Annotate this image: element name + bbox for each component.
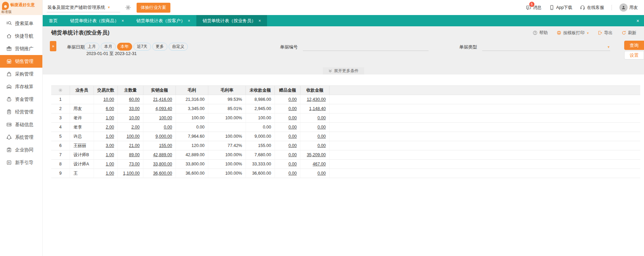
drilldown-link[interactable]: 1.00 bbox=[106, 134, 114, 139]
drilldown-link[interactable]: 73.00 bbox=[129, 162, 140, 166]
value-cell[interactable]: 33.00 bbox=[118, 104, 143, 113]
column-header-6[interactable]: 未收款金额 bbox=[246, 86, 275, 95]
value-cell[interactable]: 1.00 bbox=[94, 160, 118, 169]
online-service-button[interactable]: 在线客服 bbox=[580, 5, 604, 11]
trial-industry-button[interactable]: 体验行业方案 bbox=[137, 3, 170, 13]
value-cell[interactable]: 21,416.00 bbox=[143, 95, 176, 104]
drilldown-link[interactable]: 467.00 bbox=[313, 162, 326, 166]
value-cell[interactable]: 36,600.00 bbox=[143, 169, 176, 178]
drilldown-link[interactable]: 1,100.00 bbox=[123, 171, 140, 176]
column-header-1[interactable]: 交易次数 bbox=[94, 86, 118, 95]
sidebar-item-guide[interactable]: 新新手引导 bbox=[0, 156, 42, 169]
query-button[interactable]: 查询 bbox=[624, 41, 644, 50]
value-cell[interactable]: 1,100.00 bbox=[118, 169, 143, 178]
date-pill-2[interactable]: 本年 bbox=[117, 43, 132, 51]
value-cell[interactable]: 0.00 bbox=[300, 169, 330, 178]
tab-close-icon[interactable]: × bbox=[188, 18, 190, 23]
value-cell[interactable]: 1.00 bbox=[94, 169, 118, 178]
drilldown-link[interactable]: 21,416.00 bbox=[153, 97, 172, 102]
value-cell[interactable]: 33,800.00 bbox=[143, 160, 176, 169]
gear-icon[interactable] bbox=[125, 4, 131, 11]
close-all-tabs-icon[interactable]: × bbox=[632, 15, 644, 26]
app-download-button[interactable]: App下载 bbox=[549, 5, 572, 11]
drilldown-link[interactable]: 0.00 bbox=[164, 125, 172, 130]
tab-1[interactable]: 销货单统计表（按商品）× bbox=[64, 15, 130, 26]
value-cell[interactable]: 0.00 bbox=[300, 123, 330, 132]
drilldown-link[interactable]: 0.00 bbox=[289, 125, 297, 130]
tab-close-icon[interactable]: × bbox=[258, 18, 261, 23]
doc-no-input[interactable] bbox=[303, 43, 429, 51]
user-menu[interactable]: 用友 bbox=[619, 3, 638, 12]
print-by-template-button[interactable]: 按模板打印 ▾ bbox=[557, 30, 589, 36]
drilldown-link[interactable]: 33.00 bbox=[129, 106, 140, 111]
expand-more-conditions-button[interactable]: 展开更多条件 bbox=[323, 67, 364, 75]
value-cell[interactable]: 2.00 bbox=[94, 123, 118, 132]
drilldown-link[interactable]: 10.00 bbox=[129, 116, 140, 120]
value-cell[interactable]: 100.00 bbox=[143, 113, 176, 122]
value-cell[interactable]: 0.00 bbox=[275, 113, 300, 122]
date-pill-5[interactable]: 自定义 bbox=[169, 43, 188, 51]
sidebar-item-purchase[interactable]: 采购管理 bbox=[0, 68, 42, 80]
value-cell[interactable]: 0.00 bbox=[300, 113, 330, 122]
drilldown-link[interactable]: 42,889.00 bbox=[153, 152, 172, 157]
value-cell[interactable]: 21.00 bbox=[118, 141, 143, 150]
value-cell[interactable]: 0.00 bbox=[275, 150, 300, 159]
column-header-4[interactable]: 毛利 bbox=[176, 86, 208, 95]
value-cell[interactable]: 1.00 bbox=[94, 132, 118, 141]
drilldown-link[interactable]: 0.00 bbox=[289, 134, 297, 139]
doc-type-input[interactable] bbox=[482, 44, 607, 50]
drilldown-link[interactable]: 89.00 bbox=[129, 152, 140, 157]
sidebar-item-collab[interactable]: 企业协同 bbox=[0, 144, 42, 156]
system-select[interactable]: 装备及固定资产辅助管理系统 ▾ bbox=[47, 3, 120, 12]
column-header-3[interactable]: 实销金额 bbox=[143, 86, 176, 95]
tab-close-icon[interactable]: × bbox=[122, 18, 124, 23]
refresh-button[interactable]: 刷新 bbox=[621, 30, 636, 36]
drilldown-link[interactable]: 6.00 bbox=[106, 106, 114, 111]
drilldown-link[interactable]: 0.00 bbox=[289, 106, 297, 111]
value-cell[interactable]: 6.00 bbox=[94, 104, 118, 113]
drilldown-link[interactable]: 1.00 bbox=[106, 162, 114, 166]
drilldown-link[interactable]: 60.00 bbox=[129, 97, 140, 102]
drilldown-link[interactable]: 155.00 bbox=[159, 143, 172, 148]
drilldown-link[interactable]: 0.00 bbox=[289, 152, 297, 157]
sidebar-item-operations[interactable]: 经营管理 bbox=[0, 106, 42, 118]
date-pill-1[interactable]: 本月 bbox=[101, 43, 116, 51]
value-cell[interactable]: 9,000.00 bbox=[143, 132, 176, 141]
tab-2[interactable]: 销货单统计表（按客户）× bbox=[130, 15, 196, 26]
value-cell[interactable]: 467.00 bbox=[300, 160, 330, 169]
drilldown-link[interactable]: 3.00 bbox=[106, 143, 114, 148]
value-cell[interactable]: 12,430.00 bbox=[300, 95, 330, 104]
sidebar-item-system[interactable]: 系统管理 bbox=[0, 131, 42, 144]
tab-0[interactable]: 首页 bbox=[43, 15, 64, 26]
value-cell[interactable]: 0.00 bbox=[275, 123, 300, 132]
drilldown-link[interactable]: 0.00 bbox=[289, 97, 297, 102]
drilldown-link[interactable]: 100.00 bbox=[127, 134, 140, 139]
value-cell[interactable]: 0.00 bbox=[275, 160, 300, 169]
sidebar-item-inventory[interactable]: 库存核算 bbox=[0, 80, 42, 93]
collapse-filter-button[interactable]: » bbox=[50, 41, 56, 51]
value-cell[interactable]: 0.00 bbox=[300, 132, 330, 141]
messages-button[interactable]: 消息 6 bbox=[526, 5, 542, 11]
column-header-0[interactable]: 业务员 bbox=[70, 86, 94, 95]
drilldown-link[interactable]: 0.00 bbox=[289, 116, 297, 120]
sidebar-item-baseinfo[interactable]: 基础信息 bbox=[0, 118, 42, 131]
chevron-down-icon[interactable]: ▾ bbox=[587, 31, 589, 35]
drilldown-link[interactable]: 0.00 bbox=[289, 143, 297, 148]
value-cell[interactable]: 89.00 bbox=[118, 150, 143, 159]
sidebar-item-funds[interactable]: ¥资金管理 bbox=[0, 93, 42, 106]
value-cell[interactable]: 4,093.40 bbox=[143, 104, 176, 113]
doc-type-select[interactable]: ▾ bbox=[482, 43, 610, 51]
value-cell[interactable]: 0.00 bbox=[275, 95, 300, 104]
value-cell[interactable]: 10.00 bbox=[118, 113, 143, 122]
column-header-2[interactable]: 主数量 bbox=[118, 86, 143, 95]
value-cell[interactable]: 35,209.00 bbox=[300, 150, 330, 159]
settings-button[interactable]: 设置 bbox=[624, 51, 644, 59]
drilldown-link[interactable]: 2.00 bbox=[106, 125, 114, 130]
drilldown-link[interactable]: 0.00 bbox=[318, 171, 326, 176]
value-cell[interactable]: 10.00 bbox=[94, 95, 118, 104]
value-cell[interactable]: 100.00 bbox=[118, 132, 143, 141]
drilldown-link[interactable]: 1.00 bbox=[106, 152, 114, 157]
drilldown-link[interactable]: 4,093.40 bbox=[155, 106, 172, 111]
drilldown-link[interactable]: 2.00 bbox=[131, 125, 140, 130]
column-header-5[interactable]: 毛利率 bbox=[208, 86, 246, 95]
